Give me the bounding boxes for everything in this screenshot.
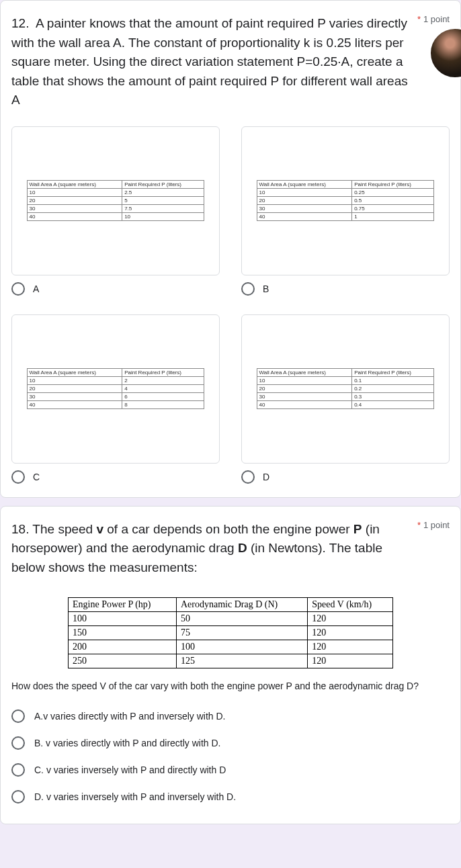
radio-icon[interactable] <box>11 790 25 804</box>
radio-icon[interactable] <box>241 282 255 296</box>
option-d-text: D. v varies inversely with P and inverse… <box>34 791 236 802</box>
question-text: 18. The speed v of a car depends on both… <box>11 520 417 578</box>
option-c-table: Wall Area A (square meters)Paint Require… <box>27 368 205 409</box>
option-a-wrap: Wall Area A (square meters)Paint Require… <box>11 126 220 296</box>
points-label: *1 point <box>417 14 450 24</box>
points-label: *1 point <box>417 520 450 530</box>
q18-data-table: Engine Power P (hp) Aerodynamic Drag D (… <box>68 597 393 668</box>
question-text: 12. A painter knows that the amount of p… <box>11 14 417 110</box>
option-a-table: Wall Area A (square meters)Paint Require… <box>27 180 205 221</box>
option-d-image[interactable]: Wall Area A (square meters)Paint Require… <box>241 314 450 464</box>
radio-icon[interactable] <box>11 709 25 723</box>
option-b-table: Wall Area A (square meters)Paint Require… <box>257 180 435 221</box>
option-b-row[interactable]: B. v varies directly with P and directly… <box>11 730 450 756</box>
options-grid: Wall Area A (square meters)Paint Require… <box>11 126 450 484</box>
option-d-wrap: Wall Area A (square meters)Paint Require… <box>241 314 450 484</box>
option-c-image[interactable]: Wall Area A (square meters)Paint Require… <box>11 314 220 464</box>
question-12-card: 12. A painter knows that the amount of p… <box>0 0 461 498</box>
question-number: 18. <box>11 522 29 536</box>
radio-icon[interactable] <box>241 470 255 484</box>
question-body: A painter knows that the amount of paint… <box>11 16 408 107</box>
option-c-text: C. v varies inversely with P and directl… <box>34 765 226 775</box>
option-b-text: B. v varies directly with P and directly… <box>34 738 221 748</box>
option-a-row[interactable]: A.v varies directly with P and inversely… <box>11 703 450 730</box>
radio-icon[interactable] <box>11 736 25 750</box>
option-c-label: C <box>33 472 40 482</box>
option-b-label: B <box>263 284 269 294</box>
option-c-row[interactable]: C. v varies inversely with P and directl… <box>11 756 450 783</box>
option-a-text: A.v varies directly with P and inversely… <box>34 711 226 722</box>
option-c-wrap: Wall Area A (square meters)Paint Require… <box>11 314 220 484</box>
radio-icon[interactable] <box>11 470 25 484</box>
question-header: 18. The speed v of a car depends on both… <box>11 520 450 578</box>
option-a-image[interactable]: Wall Area A (square meters)Paint Require… <box>11 126 220 275</box>
option-b-radio-row[interactable]: B <box>241 282 450 296</box>
question-header: 12. A painter knows that the amount of p… <box>11 14 450 110</box>
q18-table-wrap: Engine Power P (hp) Aerodynamic Drag D (… <box>11 597 450 668</box>
radio-icon[interactable] <box>11 763 25 777</box>
option-a-radio-row[interactable]: A <box>11 282 220 296</box>
option-d-radio-row[interactable]: D <box>241 470 450 484</box>
option-d-label: D <box>263 472 269 482</box>
question-number: 12. <box>11 16 29 30</box>
option-a-label: A <box>33 284 39 294</box>
option-b-image[interactable]: Wall Area A (square meters)Paint Require… <box>241 126 450 275</box>
sub-question-text: How does the speed V of the car vary wit… <box>11 679 450 693</box>
option-d-table: Wall Area A (square meters)Paint Require… <box>257 368 435 409</box>
option-b-wrap: Wall Area A (square meters)Paint Require… <box>241 126 450 296</box>
required-icon: * <box>417 520 421 530</box>
option-d-row[interactable]: D. v varies inversely with P and inverse… <box>11 783 450 810</box>
radio-icon[interactable] <box>11 282 25 296</box>
required-icon: * <box>417 14 421 24</box>
question-18-card: 18. The speed v of a car depends on both… <box>0 506 461 825</box>
q18-options: A.v varies directly with P and inversely… <box>11 703 450 810</box>
option-c-radio-row[interactable]: C <box>11 470 220 484</box>
